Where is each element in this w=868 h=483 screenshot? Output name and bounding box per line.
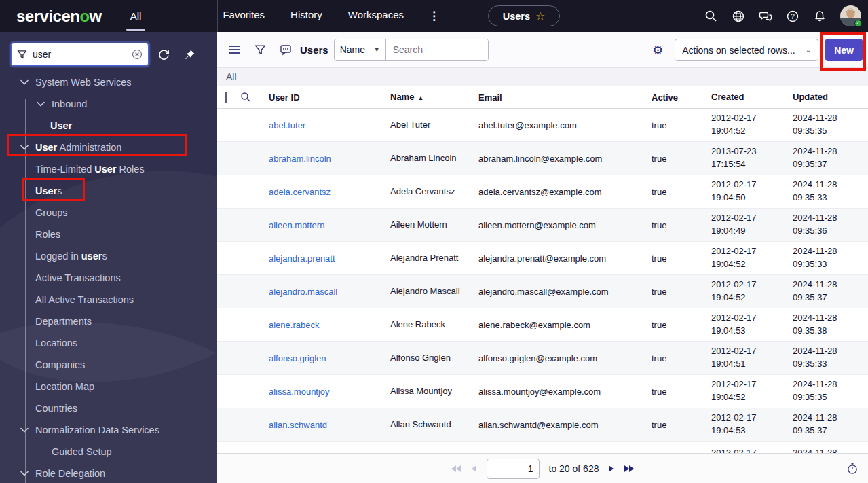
sidebar-item-companies[interactable]: Companies [0,354,217,376]
actions-on-selected-rows-select[interactable]: Actions on selected rows... ⌄ [675,39,818,61]
table-body: abel.tuterAbel Tuterabel.tuter@example.c… [217,109,868,453]
search-icon[interactable] [700,5,721,26]
column-search-icon[interactable] [240,92,262,103]
sidebar-item-roles[interactable]: Roles [0,223,217,245]
user-id-link[interactable]: alene.rabeck [269,320,319,330]
menu-favorites[interactable]: Favorites [214,3,273,29]
first-page-icon[interactable] [451,465,461,473]
created-cell: 2012-02-1719:04:52 [711,245,793,271]
table-row[interactable]: alissa.mountjoyAlissa Mountjoyalissa.mou… [217,375,868,408]
sidebar-item-countries[interactable]: Countries [0,397,217,419]
bell-icon[interactable] [809,5,830,26]
sidebar-item-users[interactable]: Users [0,180,217,202]
sidebar-item-locations[interactable]: Locations [0,332,217,354]
user-id-link[interactable]: abel.tuter [269,120,305,130]
new-button[interactable]: New [825,39,863,61]
column-header-updated[interactable]: Updated [793,91,868,104]
name-cell: Adela Cervantsz [383,185,472,198]
chevron-down-icon[interactable] [20,79,29,85]
sidebar-item-time-limited-user-roles[interactable]: Time-Limited User Roles [0,158,217,180]
table-row[interactable]: alene.rabeckAlene Rabeckalene.rabeck@exa… [217,308,868,342]
select-all-checkbox[interactable] [225,92,227,103]
funnel-icon [17,50,27,60]
sidebar-item-user[interactable]: User [0,115,217,137]
menu-workspaces[interactable]: Workspaces [340,3,412,29]
current-page-pill[interactable]: Users ☆ [488,5,560,26]
user-id-link[interactable]: aileen.mottern [269,220,324,230]
table-row[interactable]: aileen.motternAileen Motternaileen.motte… [217,209,868,242]
globe-icon[interactable] [728,5,749,26]
favorite-star-icon[interactable]: ☆ [535,10,545,22]
user-id-link[interactable]: abraham.lincoln [269,154,331,164]
list-comments-icon[interactable] [276,39,296,60]
table-row[interactable]: abraham.lincolnAbraham Lincolnabraham.li… [217,142,868,175]
list-filter-funnel-icon[interactable] [250,39,270,60]
updated-cell: 2024-11-2809:35:37 [793,412,868,437]
chevron-down-icon[interactable] [20,471,29,476]
active-cell: true [652,187,711,197]
pin-sidebar-icon[interactable] [178,43,200,65]
user-id-link[interactable]: adela.cervantsz [269,187,331,197]
previous-page-icon[interactable] [471,465,477,473]
menu-history[interactable]: History [282,3,331,29]
user-id-link[interactable]: alejandra.prenatt [269,253,335,264]
sidebar-item-all-active-transactions[interactable]: All Active Transactions [0,289,217,310]
email-cell: alfonso.griglen@example.com [472,353,652,363]
sidebar-item-groups[interactable]: Groups [0,202,217,223]
breadcrumb[interactable]: All [226,71,237,82]
sidebar-item-departments[interactable]: Departments [0,310,217,332]
column-header-created[interactable]: Created [711,91,793,104]
column-header-name[interactable]: Name▲ [383,91,472,104]
user-id-link[interactable]: alissa.mountjoy [269,387,330,397]
list-search-input[interactable] [386,39,488,60]
sidebar-item-user-administration[interactable]: User Administration [0,137,217,158]
name-cell: Alissa Mountjoy [383,385,472,398]
active-cell: true [652,320,711,330]
refresh-icon[interactable] [153,43,174,65]
page-number-input[interactable] [487,459,540,479]
table-row[interactable]: alejandra.prenattAlejandra Prenattalejan… [217,242,868,275]
name-cell: Alene Rabeck [383,319,472,332]
email-cell: abraham.lincoln@example.com [472,154,652,164]
help-icon[interactable]: ? [782,5,803,26]
chat-icon[interactable] [755,5,776,26]
sidebar-item-logged-in-users[interactable]: Logged in users [0,245,217,267]
created-cell: 2012-02-1719:04:51 [711,345,793,371]
sidebar-item-role-delegation[interactable]: Role Delegation [0,463,217,483]
column-header-active[interactable]: Active [652,92,711,103]
list-controls-hamburger-icon[interactable] [224,39,244,60]
table-row[interactable]: allan.schwantdAllan Schwantdallan.schwan… [217,408,868,442]
chevron-down-icon[interactable] [20,145,29,150]
sidebar-item-active-transactions[interactable]: Active Transactions [0,267,217,289]
chevron-down-icon[interactable] [20,427,29,433]
clear-filter-icon[interactable] [132,49,143,60]
created-cell: 2012-02-1719:04:53 [711,412,793,437]
avatar[interactable]: ✓ [840,5,861,26]
active-cell: true [652,120,711,130]
filter-navigator-input[interactable] [33,49,132,60]
active-cell: true [652,154,711,164]
search-field-select[interactable]: Name ▼ [335,39,386,60]
response-time-clock-icon[interactable] [846,463,858,475]
sidebar-item-system-web-services[interactable]: System Web Services [0,71,217,93]
column-header-user-id[interactable]: User ID [262,92,383,103]
user-id-link[interactable]: alejandro.mascall [269,287,337,297]
user-id-link[interactable]: allan.schwantd [269,420,327,430]
sidebar-item-guided-setup[interactable]: Guided Setup [0,441,217,463]
sidebar-item-inbound[interactable]: Inbound [0,93,217,115]
user-id-link[interactable]: alfonso.griglen [269,353,326,363]
table-row[interactable]: alfonso.griglenAlfonso Griglenalfonso.gr… [217,342,868,375]
more-menu-kebab-icon[interactable]: ⋮ [421,3,447,29]
table-row[interactable]: adela.cervantszAdela Cervantszadela.cerv… [217,175,868,209]
sidebar-item-location-map[interactable]: Location Map [0,376,217,397]
list-settings-gear-icon[interactable]: ⚙ [647,40,668,60]
chevron-down-icon[interactable] [37,101,45,107]
tab-all-menu[interactable]: All [122,0,150,32]
next-page-icon[interactable] [608,465,614,473]
column-header-email[interactable]: Email [472,92,652,103]
table-row[interactable]: alejandro.mascallAlejandro Mascallalejan… [217,275,868,308]
updated-cell: 2024-11-2809:35:35 [793,112,868,138]
sidebar-item-normalization-data-services[interactable]: Normalization Data Services [0,419,217,441]
table-row[interactable]: abel.tuterAbel Tuterabel.tuter@example.c… [217,109,868,142]
last-page-icon[interactable] [624,465,635,473]
